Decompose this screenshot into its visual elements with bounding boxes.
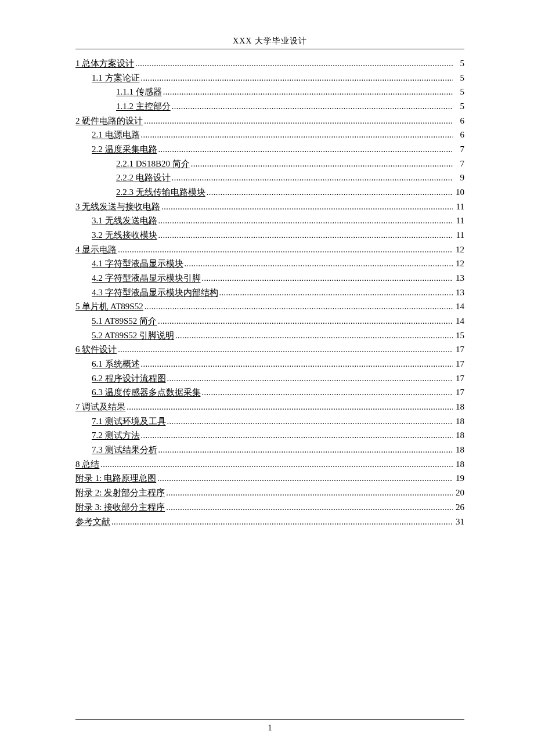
toc-entry-page: 13 [454, 271, 464, 285]
toc-entry[interactable]: 7.1 测试环境及工具18 [75, 414, 464, 429]
toc-entry-label: 7.3 测试结果分析 [92, 443, 157, 457]
table-of-contents: 1 总体方案设计51.1 方案论证51.1.1 传感器51.1.2 主控部分52… [75, 56, 464, 529]
toc-entry-page: 18 [454, 428, 464, 442]
toc-entry[interactable]: 4.2 字符型液晶显示模块引脚13 [75, 271, 464, 285]
toc-leader [141, 129, 453, 142]
toc-leader [202, 386, 453, 400]
toc-entry-label: 5.1 AT89S52 简介 [92, 314, 157, 328]
toc-leader [163, 86, 453, 99]
toc-entry[interactable]: 1.1 方案论证5 [75, 71, 464, 85]
toc-entry[interactable]: 2.1 电源电路6 [75, 128, 464, 142]
toc-leader [141, 72, 453, 85]
toc-entry-page: 12 [454, 243, 464, 256]
toc-entry[interactable]: 6 软件设计17 [75, 342, 464, 357]
toc-leader [172, 172, 453, 185]
toc-entry[interactable]: 7.2 测试方法18 [75, 428, 464, 443]
page-footer: 1 [75, 719, 464, 733]
toc-entry-label: 7 调试及结果 [75, 400, 125, 414]
toc-entry[interactable]: 8 总结18 [75, 457, 464, 472]
toc-entry[interactable]: 1.1.2 主控部分5 [75, 99, 464, 114]
toc-entry-label: 4.1 字符型液晶显示模块 [92, 256, 183, 270]
toc-entry-page: 5 [454, 99, 464, 113]
toc-entry[interactable]: 2.2.3 无线传输电路模块10 [75, 185, 464, 200]
toc-entry-label: 1.1 方案论证 [92, 71, 140, 85]
toc-entry-label: 6.3 温度传感器多点数据采集 [92, 385, 201, 399]
toc-leader [158, 444, 453, 457]
toc-entry[interactable]: 3.2 无线接收模块11 [75, 228, 464, 243]
toc-entry-page: 18 [454, 414, 464, 428]
toc-entry-page: 5 [454, 85, 464, 99]
toc-entry[interactable]: 4.1 字符型液晶显示模块12 [75, 256, 464, 271]
toc-entry[interactable]: 6.1 系统概述17 [75, 357, 464, 371]
header-text: XXX 大学毕业设计 [233, 37, 307, 45]
toc-entry-page: 17 [454, 385, 464, 399]
toc-entry-label: 附录 1: 电路原理总图 [75, 471, 156, 485]
page-header: XXX 大学毕业设计 [75, 36, 464, 49]
toc-entry[interactable]: 1 总体方案设计5 [75, 56, 464, 71]
toc-entry[interactable]: 3 无线发送与接收电路11 [75, 200, 464, 214]
toc-entry[interactable]: 2.2.1 DS18B20 简介7 [75, 157, 464, 171]
toc-entry-label: 4.3 字符型液晶显示模块内部结构 [92, 285, 218, 299]
toc-entry-page: 14 [454, 299, 464, 313]
toc-leader [145, 301, 453, 314]
toc-entry-label: 3.1 无线发送电路 [92, 214, 157, 227]
toc-leader [166, 487, 453, 500]
toc-entry-label: 附录 3: 接收部分主程序 [75, 500, 165, 514]
toc-entry[interactable]: 1.1.1 传感器5 [75, 85, 464, 99]
toc-entry-label: 2.2.3 无线传输电路模块 [116, 185, 205, 199]
toc-entry[interactable]: 2 硬件电路的设计6 [75, 114, 464, 128]
toc-entry[interactable]: 附录 2: 发射部分主程序20 [75, 486, 464, 500]
toc-leader [167, 372, 453, 386]
toc-entry[interactable]: 附录 3: 接收部分主程序26 [75, 500, 464, 515]
toc-entry-page: 10 [454, 185, 464, 199]
toc-entry-page: 13 [454, 285, 464, 299]
toc-leader [207, 186, 453, 200]
toc-leader [158, 143, 453, 157]
toc-entry[interactable]: 附录 1: 电路原理总图19 [75, 471, 464, 486]
toc-leader [111, 516, 453, 529]
toc-entry[interactable]: 3.1 无线发送电路11 [75, 214, 464, 228]
toc-entry-page: 7 [454, 157, 464, 171]
page-number: 1 [268, 724, 272, 732]
toc-entry[interactable]: 7 调试及结果18 [75, 400, 464, 414]
toc-entry-page: 6 [454, 114, 464, 128]
toc-entry-page: 20 [454, 486, 464, 500]
toc-entry-label: 附录 2: 发射部分主程序 [75, 486, 165, 500]
toc-leader [141, 358, 453, 371]
toc-leader [202, 272, 453, 285]
toc-entry-page: 12 [454, 256, 464, 270]
toc-entry-label: 2.2 温度采集电路 [92, 142, 157, 156]
toc-leader [161, 201, 453, 214]
toc-entry[interactable]: 2.2.2 电路设计9 [75, 171, 464, 185]
toc-entry[interactable]: 参考文献31 [75, 515, 464, 529]
toc-leader [175, 330, 453, 343]
toc-entry[interactable]: 5.1 AT89S52 简介14 [75, 314, 464, 328]
toc-leader [135, 57, 453, 71]
toc-entry-page: 31 [454, 515, 464, 529]
toc-entry[interactable]: 4 显示电路12 [75, 243, 464, 257]
toc-entry-label: 2.2.2 电路设计 [116, 171, 171, 185]
toc-leader [118, 343, 453, 357]
toc-entry-page: 9 [454, 171, 464, 185]
toc-entry[interactable]: 6.3 温度传感器多点数据采集17 [75, 385, 464, 400]
toc-entry[interactable]: 5 单片机 AT89S5214 [75, 299, 464, 314]
toc-entry-label: 2 硬件电路的设计 [75, 114, 143, 128]
toc-leader [158, 215, 453, 228]
toc-entry-page: 11 [454, 228, 464, 242]
toc-entry[interactable]: 5.2 AT89S52 引脚说明15 [75, 328, 464, 343]
toc-leader [191, 158, 453, 171]
toc-entry-page: 18 [454, 443, 464, 457]
toc-entry-page: 17 [454, 357, 464, 371]
toc-entry[interactable]: 4.3 字符型液晶显示模块内部结构13 [75, 285, 464, 300]
toc-entry-label: 4 显示电路 [75, 243, 117, 256]
toc-entry[interactable]: 2.2 温度采集电路7 [75, 142, 464, 157]
toc-entry[interactable]: 6.2 程序设计流程图17 [75, 371, 464, 386]
toc-entry-label: 6 软件设计 [75, 342, 117, 356]
toc-entry-page: 15 [454, 328, 464, 342]
toc-leader [118, 244, 453, 257]
toc-leader [100, 458, 453, 472]
toc-entry-page: 14 [454, 314, 464, 328]
toc-leader [141, 429, 453, 443]
toc-entry-label: 5 单片机 AT89S52 [75, 299, 143, 313]
toc-entry[interactable]: 7.3 测试结果分析18 [75, 443, 464, 457]
